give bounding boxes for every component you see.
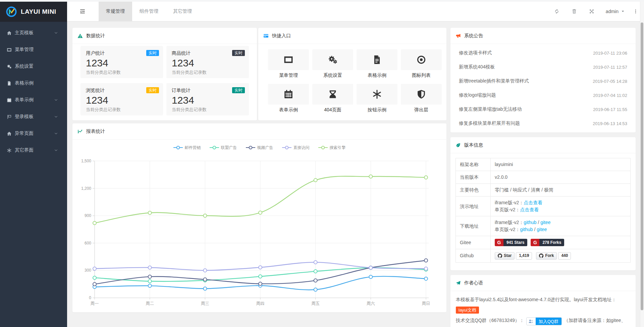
sidebar-item-label: 表单示例 <box>15 97 34 103</box>
github-count[interactable]: 440 <box>558 252 571 260</box>
quick-tile-button-按钮示例[interactable] <box>357 84 397 105</box>
github-count[interactable]: 1,419 <box>516 252 532 260</box>
stat-card-商品统计: 商品统计实时1234当前分类总记录数 <box>166 46 249 78</box>
chevron-down-icon <box>54 115 58 119</box>
more-menu-button[interactable] <box>633 9 638 14</box>
quick-tile-button-图标列表[interactable] <box>401 49 442 70</box>
version-row-value: G941 StarsG278 Forks <box>491 236 631 249</box>
tab-组件管理[interactable]: 组件管理 <box>132 2 166 21</box>
window-icon <box>283 55 293 65</box>
realtime-badge: 实时 <box>232 87 245 93</box>
logo-mark-icon <box>5 6 17 18</box>
notice-row[interactable]: 修复多模块菜单栏展开有问题2019-06-13 14:53 <box>455 116 631 130</box>
quick-tile-button-404页面[interactable] <box>312 84 353 105</box>
notice-row[interactable]: 新增系统404模板2019-07-11 12:57 <box>455 60 631 74</box>
asterisk-icon <box>7 148 12 153</box>
link-gitee[interactable]: gitee <box>537 227 547 232</box>
notice-row[interactable]: 修改选项卡样式2019-07-11 23:06 <box>455 46 631 60</box>
svg-text:1,500: 1,500 <box>81 159 91 163</box>
version-row-当前版本: 当前版本v2.0.0 <box>456 171 631 184</box>
sidebar-toggle-button[interactable] <box>76 2 89 21</box>
sidebar-item-label: 系统设置 <box>15 63 34 69</box>
realtime-badge: 实时 <box>232 50 245 56</box>
notice-row[interactable]: 修复左侧菜单缩放tab无法移动2019-06-17 11:55 <box>455 102 631 116</box>
layuimini-dashboard: LAYUI MINI 主页模板菜单管理系统设置表格示例表单示例登录模板异常页面其… <box>0 0 644 327</box>
notice-panel-title: 系统公告 <box>464 33 483 39</box>
file-icon <box>7 81 12 86</box>
join-qq-group-button[interactable]: 加入QQ群 <box>526 317 562 325</box>
gitee-badge[interactable]: G278 Forks <box>531 239 564 246</box>
asterisk-icon <box>372 89 382 99</box>
github-fork-button[interactable]: Fork <box>536 252 557 260</box>
legend-item-视频广告[interactable]: 视频广告 <box>246 145 273 151</box>
stat-cards: 用户统计实时1234当前分类总记录数商品统计实时1234当前分类总记录数浏览统计… <box>72 44 257 115</box>
author-panel-title: 作者心语 <box>464 280 483 286</box>
scrollbar-thumb[interactable] <box>641 22 643 310</box>
sidebar-item-系统设置[interactable]: 系统设置 <box>0 58 67 75</box>
legend-item-直接访问[interactable]: 直接访问 <box>282 145 310 151</box>
legend-marker-icon <box>210 146 219 150</box>
gitee-badge[interactable]: G941 Stars <box>495 239 527 246</box>
realtime-badge: 实时 <box>146 87 159 93</box>
tab-常规管理[interactable]: 常规管理 <box>99 2 132 21</box>
sidebar-item-表单示例[interactable]: 表单示例 <box>0 92 67 108</box>
quick-tile-button-表单示例[interactable] <box>268 84 309 105</box>
refresh-icon[interactable] <box>554 9 559 14</box>
sidebar-item-label: 菜单管理 <box>15 47 34 53</box>
link-点击查看[interactable]: 点击查看 <box>520 207 539 212</box>
realtime-badge: 实时 <box>146 50 159 56</box>
github-star-button[interactable]: Star <box>495 252 515 260</box>
sidebar-item-表格示例[interactable]: 表格示例 <box>0 75 67 92</box>
svg-text:周五: 周五 <box>311 301 320 306</box>
svg-text:周日: 周日 <box>422 301 430 306</box>
notice-text: 修改选项卡样式 <box>459 50 492 56</box>
version-row-Gitee: GiteeG941 StarsG278 Forks <box>456 236 631 249</box>
layui-doc-badge[interactable]: layui文档 <box>456 307 479 314</box>
legend-item-邮件营销[interactable]: 邮件营销 <box>173 145 201 151</box>
notice-row[interactable]: 新增treetable插件和菜单管理样式2019-07-05 14:28 <box>455 74 631 88</box>
toolbar: admin <box>542 9 644 14</box>
notice-row[interactable]: 修改logo缩放问题2019-07-04 11:02 <box>455 88 631 102</box>
sidebar-item-其它界面[interactable]: 其它界面 <box>0 142 67 159</box>
user-menu[interactable]: admin <box>606 9 625 14</box>
report-panel-title: 报表统计 <box>86 128 105 134</box>
logo[interactable]: LAYUI MINI <box>0 2 67 22</box>
version-row-label: 下载地址 <box>456 216 491 236</box>
version-line-prefix: 单页版-v2： <box>495 227 520 232</box>
sidebar-item-菜单管理[interactable]: 菜单管理 <box>0 41 67 58</box>
stats-panel: 数据统计 用户统计实时1234当前分类总记录数商品统计实时1234当前分类总记录… <box>72 28 257 120</box>
trash-icon[interactable] <box>572 9 577 14</box>
line-chart: 03006009001,2001,500周一周二周三周四周五周六周日 <box>72 153 446 312</box>
sidebar-item-登录模板[interactable]: 登录模板 <box>0 108 67 125</box>
page-scrollbar[interactable] <box>640 2 644 327</box>
quick-tile-button-系统设置[interactable] <box>312 49 353 70</box>
link-github[interactable]: github <box>524 220 536 225</box>
join-qq-label: 加入QQ群 <box>536 317 561 325</box>
bullhorn-icon <box>455 33 464 39</box>
topbar: 常规管理组件管理其它管理 admin <box>67 2 644 21</box>
svg-text:300: 300 <box>85 268 91 273</box>
legend-item-联盟广告[interactable]: 联盟广告 <box>210 145 237 151</box>
link-gitee[interactable]: gitee <box>540 220 550 225</box>
version-row-框架名称: 框架名称layuimini <box>456 158 631 171</box>
link-点击查看[interactable]: 点击查看 <box>524 200 542 205</box>
gitee-logo: G <box>531 239 539 246</box>
home-icon <box>7 131 12 136</box>
stat-card-desc: 当前分类总记录数 <box>172 107 244 113</box>
quick-tile-button-表格示例[interactable] <box>357 49 397 70</box>
sidebar-item-异常页面[interactable]: 异常页面 <box>0 125 67 142</box>
quick-tile-button-菜单管理[interactable] <box>268 49 309 70</box>
legend-item-搜索引擎[interactable]: 搜索引擎 <box>318 145 346 151</box>
expand-icon[interactable] <box>589 9 594 14</box>
version-row-label: 当前版本 <box>456 171 491 184</box>
stat-card-value: 1234 <box>172 95 244 106</box>
version-line: iframe版-v2：github / gitee <box>495 219 626 226</box>
stat-card-value: 1234 <box>86 95 158 106</box>
link-github[interactable]: github <box>520 227 533 232</box>
sidebar-item-主页模板[interactable]: 主页模板 <box>0 24 67 41</box>
quick-tile-button-弹出层[interactable] <box>401 84 442 105</box>
tab-其它管理[interactable]: 其它管理 <box>166 2 199 21</box>
qq-people-icon <box>527 317 536 325</box>
version-panel: 版本信息 框架名称layuimini当前版本v2.0.0主要特色零门槛 / 响应… <box>450 137 636 270</box>
gitee-badge-text: 941 Stars <box>503 239 527 246</box>
